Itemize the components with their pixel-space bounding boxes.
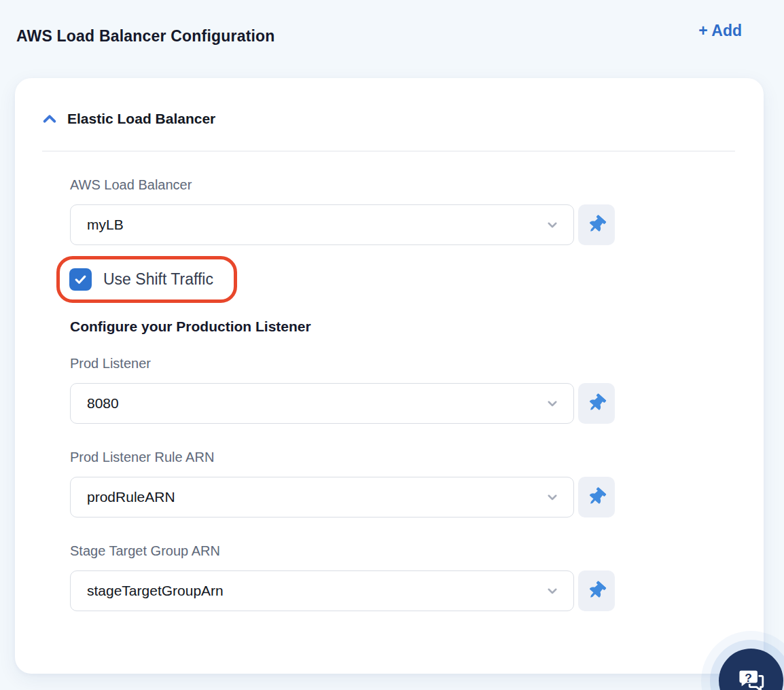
svg-text:?: ? (745, 670, 752, 684)
shift-traffic-checkbox-row[interactable]: Use Shift Traffic (69, 268, 213, 291)
pin-button[interactable] (578, 204, 615, 245)
stage-target-group-arn-select[interactable]: stageTargetGroupArn (70, 570, 574, 611)
pushpin-icon (584, 213, 609, 238)
field-row: myLB (70, 204, 615, 245)
select-value: stageTargetGroupArn (87, 583, 224, 599)
field-row: prodRuleARN (70, 477, 615, 518)
section-collapse-header[interactable]: Elastic Load Balancer (42, 111, 735, 127)
pin-button[interactable] (578, 477, 615, 518)
chevron-down-icon (546, 585, 558, 597)
shift-traffic-checkbox[interactable] (69, 268, 92, 291)
section-title: Elastic Load Balancer (67, 111, 215, 127)
field-label-stage-target-group-arn: Stage Target Group ARN (70, 543, 615, 559)
field-label-prod-listener-rule-arn: Prod Listener Rule ARN (70, 450, 615, 465)
field-label-prod-listener: Prod Listener (70, 356, 615, 371)
select-value: 8080 (87, 395, 119, 412)
field-row: stageTargetGroupArn (70, 570, 615, 611)
add-button[interactable]: + Add (698, 22, 742, 40)
select-value: prodRuleARN (87, 489, 175, 505)
pushpin-icon (584, 485, 609, 510)
prod-listener-select[interactable]: 8080 (70, 383, 574, 424)
chevron-up-icon[interactable] (42, 111, 57, 126)
checkmark-icon (74, 273, 87, 286)
chevron-down-icon (546, 219, 558, 231)
form-content: AWS Load Balancer myLB Use Shift Traffic… (42, 177, 615, 611)
section-divider (42, 151, 735, 151)
production-listener-subheading: Configure your Production Listener (70, 319, 615, 335)
field-row: 8080 (70, 383, 615, 424)
page-title: AWS Load Balancer Configuration (16, 22, 275, 46)
chevron-down-icon (546, 491, 558, 503)
annotation-highlight-ring: Use Shift Traffic (56, 256, 237, 303)
field-label-aws-load-balancer: AWS Load Balancer (70, 177, 615, 193)
chevron-down-icon (546, 397, 558, 410)
pin-button[interactable] (578, 570, 615, 611)
pushpin-icon (584, 391, 609, 416)
select-value: myLB (87, 217, 124, 233)
prod-listener-rule-arn-select[interactable]: prodRuleARN (70, 477, 574, 518)
page-header: AWS Load Balancer Configuration + Add (0, 0, 784, 46)
shift-traffic-checkbox-label: Use Shift Traffic (103, 270, 213, 289)
config-card: Elastic Load Balancer AWS Load Balancer … (15, 78, 764, 674)
aws-load-balancer-select[interactable]: myLB (70, 204, 574, 245)
pin-button[interactable] (578, 383, 615, 424)
chat-question-icon: ? (734, 664, 769, 690)
pushpin-icon (584, 579, 609, 604)
